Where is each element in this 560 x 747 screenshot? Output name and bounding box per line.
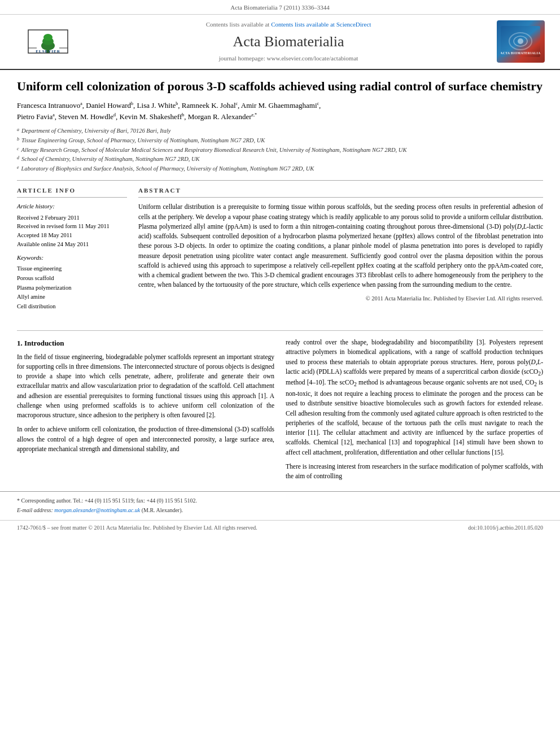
journal-header: ELSEVIER Contents lists available at Con… <box>0 15 560 69</box>
history-received: Received 2 February 2011 <box>17 213 127 222</box>
elsevier-logo-area: ELSEVIER <box>11 25 85 59</box>
article-history-items: Received 2 February 2011 Received in rev… <box>17 213 127 249</box>
svg-text:ACTA BIOMATERIALIA: ACTA BIOMATERIALIA <box>501 51 540 55</box>
body-divider <box>17 330 543 331</box>
body-two-col: 1. Introduction In the field of tissue e… <box>17 338 543 486</box>
journal-citation: Acta Biomaterialia 7 (2011) 3336–3344 <box>230 4 330 11</box>
svg-text:ELSEVIER: ELSEVIER <box>36 49 60 54</box>
article-title: Uniform cell colonization of porous 3-D … <box>17 78 543 95</box>
abstract-label: ABSTRACT <box>138 186 543 198</box>
svg-point-11 <box>518 38 523 44</box>
svg-point-3 <box>43 34 53 41</box>
keyword-2: Porous scaffold <box>17 274 127 283</box>
header-divider <box>17 180 543 181</box>
history-accepted: Accepted 18 May 2011 <box>17 231 127 240</box>
elsevier-tree-icon: ELSEVIER <box>25 29 71 54</box>
journal-logo-graphic: ACTA BIOMATERIALIA <box>501 26 540 57</box>
section-num: 1. Introduction <box>17 339 64 347</box>
keywords-list: Tissue engineering Porous scaffold Plasm… <box>17 264 127 312</box>
affiliations: a Department of Chemistry, University of… <box>17 126 543 173</box>
intro-para-3: ready control over the shape, biodegrada… <box>286 338 543 457</box>
introduction-title: 1. Introduction <box>17 338 274 349</box>
history-online: Available online 24 May 2011 <box>17 240 127 249</box>
journal-logo-area: ACTA BIOMATERIALIA <box>492 20 549 63</box>
acta-biomaterialia-logo: ACTA BIOMATERIALIA <box>497 20 545 63</box>
copyright-line: © 2011 Acta Materialia Inc. Published by… <box>138 295 543 303</box>
keyword-4: Allyl amine <box>17 292 127 302</box>
intro-para-1: In the field of tissue engineering, biod… <box>17 352 274 421</box>
journal-title: Acta Biomaterialia <box>85 32 492 52</box>
authors-line: Francesca Intranuovoa, Daniel Howardb, L… <box>17 100 543 122</box>
body-content: 1. Introduction In the field of tissue e… <box>0 320 560 491</box>
body-col-right: ready control over the shape, biodegrada… <box>286 338 543 486</box>
footnote-section: * Corresponding author. Tel.: +44 (0) 11… <box>0 491 560 520</box>
abstract-col: ABSTRACT Uniform cellular distribution i… <box>138 186 543 312</box>
top-bar: Acta Biomaterialia 7 (2011) 3336–3344 <box>0 0 560 15</box>
article-info-abstract: ARTICLE INFO Article history: Received 2… <box>17 186 543 312</box>
email-name: (M.R. Alexander). <box>142 507 183 513</box>
abstract-text: Uniform cellular distribution is a prere… <box>138 202 543 290</box>
keywords-label: Keywords: <box>17 254 127 262</box>
footnote-star: * Corresponding author. Tel.: +44 (0) 11… <box>17 496 543 505</box>
body-col-left: 1. Introduction In the field of tissue e… <box>17 338 274 486</box>
intro-para-2: In order to achieve uniform cell coloniz… <box>17 425 274 454</box>
keyword-3: Plasma polymerization <box>17 283 127 293</box>
journal-header-center: Contents lists available at Contents lis… <box>85 20 492 63</box>
elsevier-logo: ELSEVIER <box>17 25 79 59</box>
journal-homepage: journal homepage: www.elsevier.com/locat… <box>85 54 492 63</box>
email-label: E-mail address: <box>17 507 53 513</box>
keyword-5: Cell distribution <box>17 302 127 312</box>
keyword-1: Tissue engineering <box>17 264 127 274</box>
article-info-col: ARTICLE INFO Article history: Received 2… <box>17 186 127 312</box>
affil-e: e Laboratory of Biophysics and Surface A… <box>17 164 543 173</box>
affil-a: a Department of Chemistry, University of… <box>17 126 543 136</box>
bottom-bar: 1742-7061/$ – see front matter © 2011 Ac… <box>0 520 560 535</box>
affil-b: b Tissue Engineering Group, School of Ph… <box>17 136 543 145</box>
doi-line: doi:10.1016/j.actbio.2011.05.020 <box>468 524 543 532</box>
main-content: Uniform cell colonization of porous 3-D … <box>0 70 560 321</box>
affil-c: c Allergy Research Group, School of Mole… <box>17 146 543 155</box>
intro-para-4: There is increasing interest from resear… <box>286 462 543 482</box>
history-revised: Received in revised form 11 May 2011 <box>17 222 127 231</box>
email-address[interactable]: morgan.alexander@nottingham.ac.uk <box>54 507 140 513</box>
page-wrapper: Acta Biomaterialia 7 (2011) 3336–3344 <box>0 0 560 747</box>
article-history-label: Article history: <box>17 202 127 211</box>
affil-d: d School of Chemistry, University of Not… <box>17 155 543 164</box>
article-info-label: ARTICLE INFO <box>17 186 127 198</box>
footnote-email: E-mail address: morgan.alexander@notting… <box>17 506 543 514</box>
sciencedirect-line: Contents lists available at Contents lis… <box>85 20 492 29</box>
issn-line: 1742-7061/$ – see front matter © 2011 Ac… <box>17 524 257 532</box>
sciencedirect-link-text[interactable]: Contents lists available at ScienceDirec… <box>271 21 371 28</box>
